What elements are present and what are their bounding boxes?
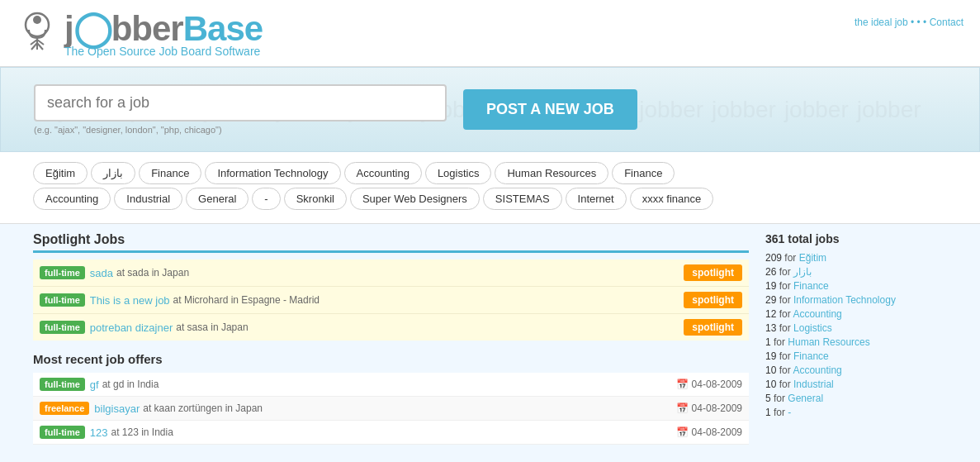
spotlight-jobs-list: full-timesada at sada in Japanspotlightf… <box>33 260 749 341</box>
spotlight-job-row: full-timesada at sada in Japanspotlight <box>33 260 749 287</box>
category-tag[interactable]: Accounting <box>33 188 111 210</box>
job-location-text: at Microhard in Espagne - Madrid <box>173 294 320 306</box>
stat-count: 10 <box>765 379 776 390</box>
category-tag[interactable]: Super Web Designers <box>350 188 480 210</box>
logo-bber: bber <box>111 9 183 48</box>
categories: EğitimبازارFinanceInformation Technology… <box>0 152 980 224</box>
search-input[interactable] <box>34 84 447 121</box>
spotlight-job-row: full-timepotreban dizajner at sasa in Ja… <box>33 314 749 341</box>
stat-category-link[interactable]: Eğitim <box>799 252 826 264</box>
job-title-link[interactable]: 123 <box>90 426 108 439</box>
stat-item: 19 for Finance <box>765 350 947 362</box>
category-tag[interactable]: Finance <box>139 162 201 184</box>
job-title-link[interactable]: This is a new job <box>90 294 170 307</box>
job-type-badge: full-time <box>40 378 85 391</box>
stat-item: 10 for Accounting <box>765 364 947 376</box>
stat-item: 12 for Accounting <box>765 308 947 320</box>
calendar-icon: 📅 <box>676 379 689 390</box>
stat-count: 1 <box>765 336 771 348</box>
job-title-link[interactable]: gf <box>90 379 99 391</box>
job-date: 📅 04-08-2009 <box>676 426 742 438</box>
stat-count: 13 <box>765 322 776 334</box>
stats-list: 209 for Eğitim26 for بازار19 for Finance… <box>765 252 947 418</box>
stat-item: 19 for Finance <box>765 280 947 292</box>
logo-j: j <box>64 9 73 48</box>
stat-category-link[interactable]: General <box>788 393 823 404</box>
category-tag[interactable]: Eğitim <box>33 162 88 184</box>
job-date: 📅 04-08-2009 <box>676 402 742 414</box>
stat-category-link[interactable]: Human Resources <box>788 336 869 348</box>
svg-point-1 <box>33 16 41 24</box>
category-tag[interactable]: Human Resources <box>495 162 608 184</box>
stat-category-link[interactable]: Information Technology <box>793 294 896 306</box>
logo-text-area: j◯bberBase The Open Source Job Board Sof… <box>64 8 263 58</box>
category-tag[interactable]: بازار <box>91 162 135 184</box>
job-type-badge: full-time <box>40 266 85 279</box>
stat-category-link[interactable]: بازار <box>793 266 812 278</box>
category-tag[interactable]: Logistics <box>425 162 492 184</box>
category-tag[interactable]: - <box>252 188 280 210</box>
stat-category-link[interactable]: - <box>788 407 791 418</box>
stat-item: 1 for - <box>765 407 947 418</box>
search-area: jobberjobberjobberjobber jobberjobberjob… <box>0 67 980 152</box>
stat-item: 10 for Industrial <box>765 379 947 390</box>
category-tag[interactable]: Industrial <box>114 188 182 210</box>
job-title-link[interactable]: sada <box>90 267 113 279</box>
spotlight-title: Spotlight Jobs <box>33 232 749 253</box>
recent-jobs-list: full-timegf at gd in India📅 04-08-2009fr… <box>33 373 749 445</box>
stat-count: 26 <box>765 266 776 278</box>
stat-count: 19 <box>765 280 776 292</box>
header: j◯bberBase The Open Source Job Board Sof… <box>0 0 980 67</box>
stat-item: 1 for Human Resources <box>765 336 947 348</box>
stat-category-link[interactable]: Finance <box>793 350 829 362</box>
spotlight-badge: spotlight <box>684 292 742 308</box>
right-panel: 361 total jobs 209 for Eğitim26 for بازا… <box>765 232 947 445</box>
category-row-2: AccountingIndustrialGeneral-SkronkilSupe… <box>33 188 947 210</box>
stat-item: 26 for بازار <box>765 266 947 278</box>
logo-area: j◯bberBase The Open Source Job Board Sof… <box>17 8 263 58</box>
recent-job-row: full-time123 at 123 in India📅 04-08-2009 <box>33 421 749 445</box>
stat-category-link[interactable]: Accounting <box>793 308 841 320</box>
job-location-text: at sasa in Japan <box>176 321 248 333</box>
stat-total: 361 total jobs <box>765 232 947 245</box>
stat-count: 19 <box>765 350 776 362</box>
stat-count: 29 <box>765 294 776 306</box>
stat-category-link[interactable]: Finance <box>793 280 829 292</box>
recent-job-row: full-timegf at gd in India📅 04-08-2009 <box>33 373 749 397</box>
category-tag[interactable]: Skronkil <box>284 188 347 210</box>
logo-brand: j◯bberBase <box>64 8 263 49</box>
logo-Base: Base <box>183 9 263 48</box>
category-tag[interactable]: General <box>186 188 249 210</box>
header-right: the ideal job • • • Contact <box>855 8 963 28</box>
category-tag[interactable]: Accounting <box>344 162 422 184</box>
job-type-badge: freelance <box>40 402 89 415</box>
category-tag[interactable]: xxxx finance <box>630 188 714 210</box>
job-location-text: at kaan zortüngen in Japan <box>143 402 263 414</box>
spotlight-job-row: full-timeThis is a new job at Microhard … <box>33 287 749 314</box>
category-tag[interactable]: SISTEMAS <box>483 188 562 210</box>
stat-category-link[interactable]: Industrial <box>793 379 834 390</box>
post-job-button[interactable]: POST A NEW JOB <box>463 89 637 130</box>
category-tag[interactable]: Information Technology <box>205 162 340 184</box>
logo-subtitle: The Open Source Job Board Software <box>64 45 263 58</box>
search-hint: (e.g. "ajax", "designer, london", "php, … <box>34 125 447 135</box>
stat-category-link[interactable]: Accounting <box>793 364 841 376</box>
stat-item: 13 for Logistics <box>765 322 947 334</box>
category-tag[interactable]: Internet <box>566 188 627 210</box>
job-location-text: at sada in Japan <box>116 267 189 279</box>
search-row: (e.g. "ajax", "designer, london", "php, … <box>34 84 946 135</box>
job-location-text: at gd in India <box>102 379 159 390</box>
logo-icon <box>17 8 58 58</box>
recent-job-row: freelancebilgisayar at kaan zortüngen in… <box>33 397 749 421</box>
job-title-link[interactable]: potreban dizajner <box>90 321 173 334</box>
job-type-badge: full-time <box>40 293 85 307</box>
stat-item: 209 for Eğitim <box>765 252 947 264</box>
left-panel: Spotlight Jobs full-timesada at sada in … <box>33 232 765 445</box>
job-title-link[interactable]: bilgisayar <box>94 402 140 415</box>
stat-count: 5 <box>765 393 771 404</box>
tagline-text: the ideal job • • • Contact <box>855 17 963 28</box>
stat-category-link[interactable]: Logistics <box>793 322 832 334</box>
job-type-badge: full-time <box>40 426 85 439</box>
category-tag[interactable]: Finance <box>612 162 675 184</box>
recent-jobs-title: Most recent job offers <box>33 352 749 366</box>
